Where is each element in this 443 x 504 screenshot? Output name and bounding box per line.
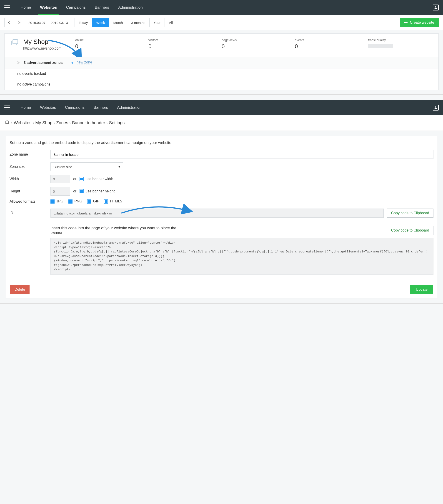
nav-item-campaigns[interactable]: Campaigns <box>60 100 89 115</box>
or-label: or <box>73 189 76 193</box>
breadcrumb-item[interactable]: Websites <box>14 120 32 125</box>
breadcrumb-sep: › <box>54 120 55 125</box>
height-input[interactable] <box>51 187 70 196</box>
breadcrumb-item[interactable]: My Shop <box>35 120 52 125</box>
range-today[interactable]: Today <box>75 18 92 27</box>
nav-item-websites[interactable]: Websites <box>35 100 60 115</box>
zone-settings-screenshot: HomeWebsitesCampaignsBannersAdministrati… <box>0 100 443 304</box>
stat-label: visitors <box>148 38 213 42</box>
no-events-row: no events tracked <box>4 68 439 79</box>
height-label: Height <box>10 189 51 193</box>
or-label: or <box>73 177 76 181</box>
copy-code-button[interactable]: Copy code to Clipboard <box>387 226 433 235</box>
range-week[interactable]: Week <box>92 18 109 27</box>
nav-item-administration[interactable]: Administration <box>113 100 146 115</box>
format-label: JPG <box>56 199 63 203</box>
stat-value: 0 <box>222 43 286 50</box>
range-all[interactable]: All <box>165 18 177 27</box>
range-group: TodayWeekMonth3 monthsYearAll <box>75 18 177 27</box>
breadcrumb-item: Settings <box>109 120 125 125</box>
traffic-quality-bar <box>368 44 393 48</box>
allowed-formats-label: Allowed formats <box>10 199 51 204</box>
website-icon <box>11 39 19 47</box>
checkbox-icon[interactable] <box>68 199 72 204</box>
breadcrumb-item[interactable]: Banner in header <box>72 120 105 125</box>
nav-item-home[interactable]: Home <box>16 100 35 115</box>
use-banner-height-label: use banner height <box>85 189 115 193</box>
date-toolbar: 2019.03.07 — 2019.03.13 TodayWeekMonth3 … <box>0 15 443 30</box>
menu-icon[interactable] <box>4 106 10 110</box>
format-label: PNG <box>74 199 82 203</box>
nav-item-home[interactable]: Home <box>16 0 35 15</box>
id-label: ID <box>10 211 51 215</box>
copy-id-button[interactable]: Copy code to Clipboard <box>387 209 433 218</box>
nav-item-administration[interactable]: Administration <box>114 0 147 15</box>
embed-code[interactable]: <div id="pxfatahndkcolmqbuefzramvkekrwfy… <box>51 238 433 275</box>
date-pager <box>4 18 24 27</box>
stat-online: online0 <box>75 38 139 51</box>
stat-label: traffic quality <box>368 38 432 42</box>
stat-events: events0 <box>295 38 359 51</box>
stat-visitors: visitors0 <box>148 38 213 51</box>
form-footer: Delete Update <box>5 281 438 298</box>
prev-icon[interactable] <box>4 18 14 27</box>
zone-name-input[interactable] <box>51 150 433 159</box>
menu-icon[interactable] <box>4 5 10 10</box>
user-icon[interactable] <box>433 105 439 110</box>
nav-item-banners[interactable]: Banners <box>90 0 114 15</box>
format-html5[interactable]: HTML5 <box>104 199 122 204</box>
use-banner-width-checkbox[interactable] <box>80 177 84 181</box>
nav-items: HomeWebsitesCampaignsBannersAdministrati… <box>16 100 433 115</box>
format-png[interactable]: PNG <box>68 199 82 204</box>
no-campaigns-row: no active campaigns <box>4 79 439 90</box>
breadcrumb-sep: › <box>11 120 13 125</box>
format-label: GIF <box>93 199 99 203</box>
zone-settings-form: Set up a zone and get the embed code to … <box>5 136 438 298</box>
site-name: My Shop <box>23 38 62 45</box>
use-banner-height-checkbox[interactable] <box>80 189 84 193</box>
breadcrumb-sep: › <box>33 120 34 125</box>
chevron-right-icon <box>17 61 19 65</box>
nav-item-websites[interactable]: Websites <box>35 0 61 15</box>
stat-pageviews: pageviews0 <box>222 38 286 51</box>
top-nav: HomeWebsitesCampaignsBannersAdministrati… <box>0 0 443 15</box>
user-icon[interactable] <box>433 4 439 10</box>
insert-instructions: Insert this code into the page of your w… <box>51 226 182 235</box>
breadcrumb: › Websites › My Shop › Zones › Banner in… <box>0 115 443 131</box>
range-month[interactable]: Month <box>109 18 127 27</box>
nav-item-campaigns[interactable]: Campaigns <box>62 0 90 15</box>
nav-item-banners[interactable]: Banners <box>89 100 113 115</box>
website-card: My Shop http://www.myshop.com online0vis… <box>4 34 439 90</box>
checkbox-icon[interactable] <box>87 199 91 204</box>
update-button[interactable]: Update <box>410 285 433 294</box>
breadcrumb-sep: › <box>69 120 71 125</box>
chevron-down-icon: ▾ <box>119 165 120 169</box>
zone-size-select[interactable]: Custom size ▾ <box>51 162 123 171</box>
svg-point-0 <box>435 6 436 7</box>
width-input[interactable] <box>51 175 70 183</box>
range-year[interactable]: Year <box>150 18 165 27</box>
breadcrumb-item[interactable]: Zones <box>56 120 68 125</box>
form-intro: Set up a zone and get the embed code to … <box>10 141 433 145</box>
format-label: HTML5 <box>110 199 122 203</box>
home-icon[interactable] <box>5 120 9 126</box>
date-range[interactable]: 2019.03.07 — 2019.03.13 <box>24 18 72 27</box>
create-website-button[interactable]: Create website <box>400 18 439 27</box>
zone-size-label: Zone size <box>10 165 51 169</box>
stat-label: pageviews <box>222 38 286 42</box>
plus-icon[interactable]: + <box>71 61 73 65</box>
site-url[interactable]: http://www.myshop.com <box>23 46 62 51</box>
top-nav: HomeWebsitesCampaignsBannersAdministrati… <box>0 100 443 115</box>
zones-row[interactable]: 3 advertisement zones + new zone <box>4 57 439 68</box>
next-icon[interactable] <box>14 18 24 27</box>
checkbox-icon[interactable] <box>51 199 54 204</box>
stat-value: 0 <box>148 43 213 50</box>
stat-label: online <box>75 38 139 42</box>
checkbox-icon[interactable] <box>104 199 108 204</box>
new-zone-link[interactable]: new zone <box>77 60 92 65</box>
delete-button[interactable]: Delete <box>10 285 30 294</box>
format-gif[interactable]: GIF <box>87 199 99 204</box>
format-jpg[interactable]: JPG <box>51 199 63 204</box>
stat-label: events <box>295 38 359 42</box>
range-3-months[interactable]: 3 months <box>127 18 150 27</box>
